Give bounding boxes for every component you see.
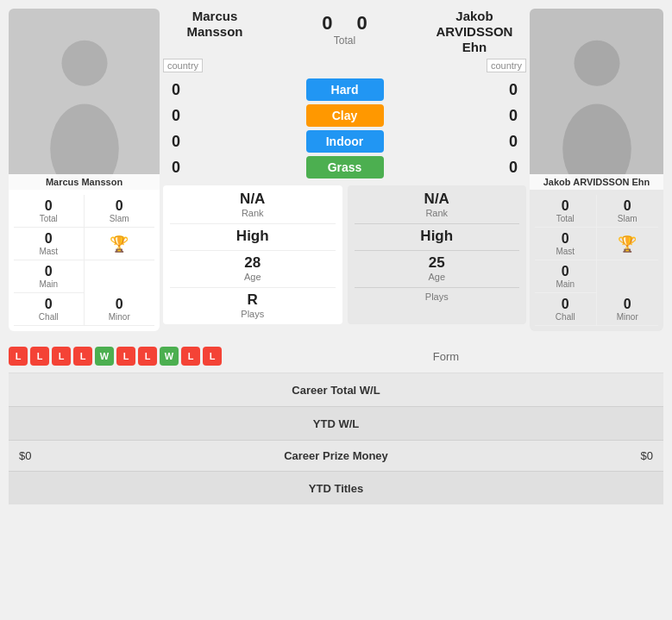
left-country: country — [163, 59, 203, 72]
right-stat-mast: 0 Mast — [535, 228, 597, 260]
indoor-left-score: 0 — [163, 133, 189, 151]
clay-badge: Clay — [306, 104, 384, 127]
right-plays-label: Plays — [425, 291, 449, 302]
ytd-wl-label: YTD W/L — [313, 417, 359, 430]
career-prize-label: Career Prize Money — [284, 449, 388, 462]
left-plays-label: Plays — [241, 309, 264, 319]
comparison-area: Marcus Mansson 0 Total 0 Slam 0 Mast — [0, 0, 672, 340]
form-badge-10: L — [203, 347, 222, 366]
left-stat-panel: N/A Rank High 28 Age R Plays — [163, 185, 342, 324]
right-stat-slam: 0 Slam — [597, 195, 659, 228]
right-prize-value: $0 — [641, 449, 653, 462]
country-row: country country — [163, 57, 526, 74]
ytd-titles-row: YTD Titles — [9, 472, 663, 504]
right-age-label: Age — [428, 272, 445, 282]
right-rank-value: N/A — [424, 191, 449, 208]
left-stat-minor: 0 Minor — [85, 293, 155, 326]
total-scores: 0 0 — [322, 12, 367, 34]
right-player-card: Jakob ARVIDSSON Ehn 0 Total 0 Slam 0 Mas… — [530, 9, 663, 331]
total-block: 0 0 Total — [322, 9, 367, 47]
right-trophy-icon: 🏆 — [618, 235, 637, 254]
left-rank-label: Rank — [242, 208, 264, 218]
form-badge-3: L — [52, 347, 71, 366]
left-plays-value: R — [248, 291, 258, 309]
form-badge-4: L — [73, 347, 92, 366]
left-stat-chall: 0 Chall — [14, 293, 85, 326]
left-stat-main-row: 0 Main — [14, 260, 85, 293]
left-stat-mast: 0 Mast — [14, 228, 85, 260]
right-player-photo: Jakob ARVIDSSON Ehn — [530, 9, 663, 190]
mid-panel: Marcus Mansson 0 0 Total Jakob ARVIDSSON… — [163, 9, 526, 331]
form-badge-8: W — [160, 347, 179, 366]
right-rank-label: Rank — [425, 208, 448, 218]
right-high-block: High — [355, 228, 520, 251]
career-wl-label: Career Total W/L — [292, 384, 380, 397]
grass-right-score: 0 — [500, 159, 526, 177]
career-wl-row: Career Total W/L — [9, 373, 663, 407]
left-high-value: High — [236, 228, 269, 245]
left-high-block: High — [170, 228, 336, 251]
indoor-badge: Indoor — [306, 130, 384, 153]
form-badge-6: L — [116, 347, 135, 366]
right-plays-block: Plays — [355, 291, 520, 302]
total-label: Total — [334, 34, 355, 47]
left-age-value: 28 — [244, 254, 261, 272]
right-silhouette-icon — [545, 34, 649, 190]
left-age-block: 28 Age — [170, 254, 336, 288]
left-photo-name: Marcus Mansson — [9, 174, 160, 190]
mid-stats-panels: N/A Rank High 28 Age R Plays — [163, 185, 526, 324]
left-rank-value: N/A — [240, 191, 265, 208]
right-trophy-item: 🏆 — [597, 228, 659, 260]
career-prize-row: $0 Career Prize Money $0 — [9, 441, 663, 472]
hard-left-score: 0 — [163, 81, 189, 99]
right-age-value: 25 — [429, 254, 445, 272]
left-player-photo: Marcus Mansson — [9, 9, 160, 190]
form-badge-9: L — [181, 347, 200, 366]
svg-point-2 — [574, 41, 619, 86]
form-badge-5: W — [95, 347, 114, 366]
left-prize-value: $0 — [19, 449, 31, 462]
right-stat-minor: 0 Minor — [597, 293, 659, 326]
right-stat-main: 0 Main — [535, 260, 597, 293]
left-stat-slam: 0 Slam — [85, 195, 155, 228]
left-silhouette-icon — [33, 34, 136, 190]
indoor-right-score: 0 — [500, 133, 526, 151]
grass-left-score: 0 — [163, 159, 189, 177]
right-stats-box: 0 Total 0 Slam 0 Mast 🏆 0 — [535, 195, 658, 326]
left-stat-total: 0 Total — [14, 195, 85, 228]
right-country: country — [487, 59, 526, 72]
ytd-titles-label: YTD Titles — [309, 482, 363, 495]
clay-right-score: 0 — [500, 107, 526, 125]
right-age-block: 25 Age — [355, 254, 520, 288]
left-stats-box: 0 Total 0 Slam 0 Mast 🏆 0 — [14, 195, 154, 326]
right-stat-panel: N/A Rank High 25 Age Plays — [348, 185, 527, 324]
form-label: Form — [433, 350, 459, 363]
left-rank-block: N/A Rank — [170, 191, 336, 224]
clay-left-score: 0 — [163, 107, 189, 125]
right-stat-chall: 0 Chall — [535, 293, 597, 326]
left-player-name: Marcus Mansson — [163, 9, 267, 40]
ytd-wl-row: YTD W/L — [9, 407, 663, 441]
right-total-score: 0 — [357, 12, 367, 34]
clay-row: 0 Clay 0 — [163, 103, 526, 128]
form-badges: L L L L W L L W L L — [9, 347, 222, 366]
form-badge-7: L — [138, 347, 157, 366]
left-age-label: Age — [244, 272, 261, 282]
names-row: Marcus Mansson 0 0 Total Jakob ARVIDSSON… — [163, 9, 526, 55]
form-row: L L L L W L L W L L Form — [9, 340, 663, 373]
form-badge-2: L — [30, 347, 49, 366]
indoor-row: 0 Indoor 0 — [163, 128, 526, 154]
right-rank-block: N/A Rank — [355, 191, 520, 224]
grass-badge: Grass — [306, 156, 384, 178]
right-photo-name: Jakob ARVIDSSON Ehn — [530, 174, 663, 190]
grass-row: 0 Grass 0 — [163, 154, 526, 180]
bottom-section: L L L L W L L W L L Form Career Total W/… — [0, 340, 672, 513]
main-container: Marcus Mansson 0 Total 0 Slam 0 Mast — [0, 0, 672, 513]
left-player-card: Marcus Mansson 0 Total 0 Slam 0 Mast — [9, 9, 160, 331]
hard-row: 0 Hard 0 — [163, 77, 526, 103]
left-player-stats: 0 Total 0 Slam 0 Mast 🏆 0 — [9, 190, 160, 331]
right-high-value: High — [420, 228, 453, 245]
left-total-score: 0 — [322, 12, 332, 34]
right-stat-total: 0 Total — [535, 195, 597, 228]
svg-point-0 — [61, 41, 107, 86]
